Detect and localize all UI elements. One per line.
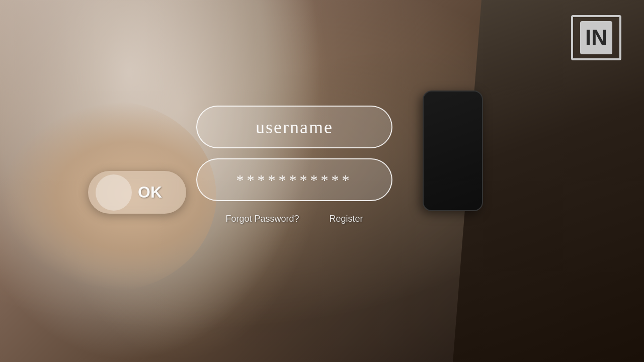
register-link[interactable]: Register [330,214,363,224]
password-field[interactable]: *********** [196,158,392,201]
ok-circle-icon [96,174,132,211]
logo-wrapper: IN [571,15,621,60]
ok-button-container: OK [88,171,186,214]
forgot-password-link[interactable]: Forgot Password? [225,214,299,224]
ok-label: OK [138,183,162,202]
password-placeholder: *********** [236,171,353,189]
username-field[interactable]: username [196,106,392,148]
login-form: username *********** Forgot Password? Re… [196,106,392,224]
logo-in-text: IN [580,21,612,54]
links-row: Forgot Password? Register [225,214,363,224]
ok-button[interactable]: OK [88,171,186,214]
brand-logo: IN [571,15,621,60]
phone-prop [423,90,483,211]
username-placeholder: username [256,117,333,138]
